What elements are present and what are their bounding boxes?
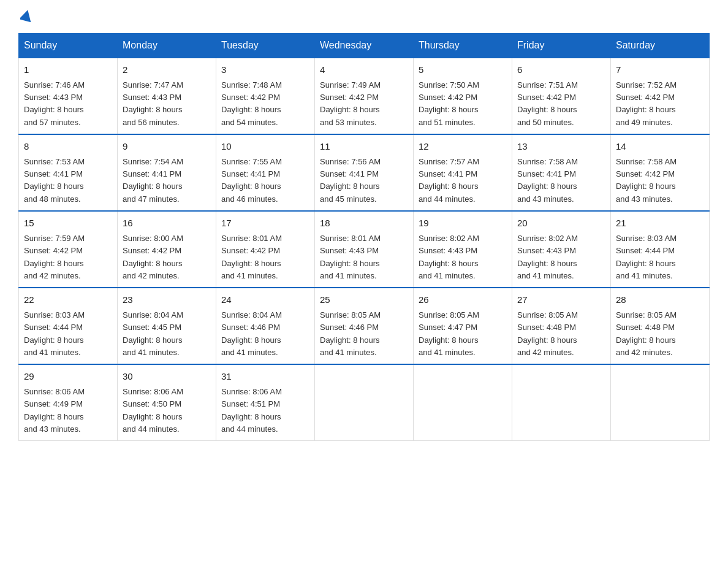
calendar-cell: 15 Sunrise: 7:59 AMSunset: 4:42 PMDaylig… xyxy=(19,211,118,288)
day-number: 7 xyxy=(616,63,704,77)
day-number: 16 xyxy=(123,216,211,231)
logo-triangle-icon xyxy=(20,9,32,25)
weekday-saturday: Saturday xyxy=(611,33,710,58)
calendar-cell: 14 Sunrise: 7:58 AMSunset: 4:42 PMDaylig… xyxy=(611,134,710,211)
day-info: Sunrise: 8:05 AMSunset: 4:48 PMDaylight:… xyxy=(616,310,677,356)
day-info: Sunrise: 8:06 AMSunset: 4:50 PMDaylight:… xyxy=(123,387,183,433)
calendar-cell: 31 Sunrise: 8:06 AMSunset: 4:51 PMDaylig… xyxy=(216,364,315,441)
day-info: Sunrise: 8:03 AMSunset: 4:44 PMDaylight:… xyxy=(24,310,85,356)
day-number: 2 xyxy=(123,63,211,77)
weekday-friday: Friday xyxy=(512,33,611,58)
week-row-3: 15 Sunrise: 7:59 AMSunset: 4:42 PMDaylig… xyxy=(19,211,710,288)
day-info: Sunrise: 7:58 AMSunset: 4:42 PMDaylight:… xyxy=(616,157,677,203)
week-row-1: 1 Sunrise: 7:46 AMSunset: 4:43 PMDayligh… xyxy=(19,58,710,134)
calendar-cell: 18 Sunrise: 8:01 AMSunset: 4:43 PMDaylig… xyxy=(315,211,414,288)
day-number: 15 xyxy=(24,216,112,231)
calendar-cell: 11 Sunrise: 7:56 AMSunset: 4:41 PMDaylig… xyxy=(315,134,414,211)
day-info: Sunrise: 7:51 AMSunset: 4:42 PMDaylight:… xyxy=(517,80,578,126)
weekday-monday: Monday xyxy=(118,33,216,58)
calendar-header: SundayMondayTuesdayWednesdayThursdayFrid… xyxy=(19,33,710,58)
weekday-thursday: Thursday xyxy=(414,33,512,58)
calendar-cell xyxy=(315,364,414,441)
day-number: 6 xyxy=(517,63,605,77)
day-info: Sunrise: 7:46 AMSunset: 4:43 PMDaylight:… xyxy=(24,80,85,126)
calendar-cell: 13 Sunrise: 7:58 AMSunset: 4:41 PMDaylig… xyxy=(512,134,611,211)
day-number: 5 xyxy=(419,63,507,77)
weekday-sunday: Sunday xyxy=(19,33,118,58)
day-info: Sunrise: 7:57 AMSunset: 4:41 PMDaylight:… xyxy=(419,157,479,203)
day-info: Sunrise: 7:55 AMSunset: 4:41 PMDaylight:… xyxy=(221,157,282,203)
day-number: 17 xyxy=(221,216,309,231)
day-number: 13 xyxy=(517,140,605,154)
calendar-cell xyxy=(512,364,611,441)
day-info: Sunrise: 7:52 AMSunset: 4:42 PMDaylight:… xyxy=(616,80,677,126)
day-number: 21 xyxy=(616,216,704,231)
calendar-cell: 9 Sunrise: 7:54 AMSunset: 4:41 PMDayligh… xyxy=(118,134,216,211)
calendar-body: 1 Sunrise: 7:46 AMSunset: 4:43 PMDayligh… xyxy=(19,58,710,441)
calendar-cell: 3 Sunrise: 7:48 AMSunset: 4:42 PMDayligh… xyxy=(216,58,315,134)
calendar-cell: 4 Sunrise: 7:49 AMSunset: 4:42 PMDayligh… xyxy=(315,58,414,134)
day-number: 22 xyxy=(24,293,112,307)
day-number: 30 xyxy=(123,370,211,384)
day-number: 31 xyxy=(221,370,309,384)
calendar-cell: 28 Sunrise: 8:05 AMSunset: 4:48 PMDaylig… xyxy=(611,288,710,364)
day-info: Sunrise: 7:49 AMSunset: 4:42 PMDaylight:… xyxy=(320,80,381,126)
day-number: 28 xyxy=(616,293,704,307)
day-number: 9 xyxy=(123,140,211,154)
day-number: 24 xyxy=(221,293,309,307)
calendar-cell: 1 Sunrise: 7:46 AMSunset: 4:43 PMDayligh… xyxy=(19,58,118,134)
calendar-cell xyxy=(414,364,512,441)
day-info: Sunrise: 7:56 AMSunset: 4:41 PMDaylight:… xyxy=(320,157,381,203)
calendar-table: SundayMondayTuesdayWednesdayThursdayFrid… xyxy=(18,33,710,441)
day-info: Sunrise: 7:47 AMSunset: 4:43 PMDaylight:… xyxy=(123,80,183,126)
calendar-cell: 17 Sunrise: 8:01 AMSunset: 4:42 PMDaylig… xyxy=(216,211,315,288)
week-row-5: 29 Sunrise: 8:06 AMSunset: 4:49 PMDaylig… xyxy=(19,364,710,441)
calendar-cell: 21 Sunrise: 8:03 AMSunset: 4:44 PMDaylig… xyxy=(611,211,710,288)
day-number: 23 xyxy=(123,293,211,307)
day-info: Sunrise: 7:50 AMSunset: 4:42 PMDaylight:… xyxy=(419,80,479,126)
calendar-cell: 10 Sunrise: 7:55 AMSunset: 4:41 PMDaylig… xyxy=(216,134,315,211)
calendar-cell: 20 Sunrise: 8:02 AMSunset: 4:43 PMDaylig… xyxy=(512,211,611,288)
day-info: Sunrise: 8:05 AMSunset: 4:46 PMDaylight:… xyxy=(320,310,381,356)
day-number: 11 xyxy=(320,140,408,154)
calendar-cell: 26 Sunrise: 8:05 AMSunset: 4:47 PMDaylig… xyxy=(414,288,512,364)
calendar-cell: 25 Sunrise: 8:05 AMSunset: 4:46 PMDaylig… xyxy=(315,288,414,364)
calendar-cell: 23 Sunrise: 8:04 AMSunset: 4:45 PMDaylig… xyxy=(118,288,216,364)
day-info: Sunrise: 8:00 AMSunset: 4:42 PMDaylight:… xyxy=(123,234,183,280)
weekday-header-row: SundayMondayTuesdayWednesdayThursdayFrid… xyxy=(19,33,710,58)
svg-marker-0 xyxy=(20,9,32,22)
day-info: Sunrise: 8:02 AMSunset: 4:43 PMDaylight:… xyxy=(419,234,479,280)
calendar-cell xyxy=(611,364,710,441)
day-info: Sunrise: 8:03 AMSunset: 4:44 PMDaylight:… xyxy=(616,234,677,280)
day-info: Sunrise: 7:59 AMSunset: 4:42 PMDaylight:… xyxy=(24,234,85,280)
calendar-cell: 2 Sunrise: 7:47 AMSunset: 4:43 PMDayligh… xyxy=(118,58,216,134)
page-header xyxy=(18,12,710,21)
week-row-4: 22 Sunrise: 8:03 AMSunset: 4:44 PMDaylig… xyxy=(19,288,710,364)
calendar-cell: 29 Sunrise: 8:06 AMSunset: 4:49 PMDaylig… xyxy=(19,364,118,441)
day-info: Sunrise: 8:05 AMSunset: 4:48 PMDaylight:… xyxy=(517,310,578,356)
calendar-cell: 24 Sunrise: 8:04 AMSunset: 4:46 PMDaylig… xyxy=(216,288,315,364)
weekday-tuesday: Tuesday xyxy=(216,33,315,58)
day-number: 20 xyxy=(517,216,605,231)
calendar-cell: 30 Sunrise: 8:06 AMSunset: 4:50 PMDaylig… xyxy=(118,364,216,441)
day-number: 4 xyxy=(320,63,408,77)
day-number: 14 xyxy=(616,140,704,154)
week-row-2: 8 Sunrise: 7:53 AMSunset: 4:41 PMDayligh… xyxy=(19,134,710,211)
day-info: Sunrise: 7:48 AMSunset: 4:42 PMDaylight:… xyxy=(221,80,282,126)
day-info: Sunrise: 8:02 AMSunset: 4:43 PMDaylight:… xyxy=(517,234,578,280)
day-info: Sunrise: 8:04 AMSunset: 4:45 PMDaylight:… xyxy=(123,310,183,356)
day-info: Sunrise: 7:58 AMSunset: 4:41 PMDaylight:… xyxy=(517,157,578,203)
calendar-cell: 12 Sunrise: 7:57 AMSunset: 4:41 PMDaylig… xyxy=(414,134,512,211)
day-info: Sunrise: 8:06 AMSunset: 4:51 PMDaylight:… xyxy=(221,387,282,433)
calendar-cell: 27 Sunrise: 8:05 AMSunset: 4:48 PMDaylig… xyxy=(512,288,611,364)
day-number: 10 xyxy=(221,140,309,154)
day-number: 8 xyxy=(24,140,112,154)
day-info: Sunrise: 7:53 AMSunset: 4:41 PMDaylight:… xyxy=(24,157,85,203)
day-number: 18 xyxy=(320,216,408,231)
day-number: 29 xyxy=(24,370,112,384)
day-number: 12 xyxy=(419,140,507,154)
calendar-cell: 6 Sunrise: 7:51 AMSunset: 4:42 PMDayligh… xyxy=(512,58,611,134)
day-info: Sunrise: 8:05 AMSunset: 4:47 PMDaylight:… xyxy=(419,310,479,356)
day-info: Sunrise: 8:01 AMSunset: 4:42 PMDaylight:… xyxy=(221,234,282,280)
day-number: 27 xyxy=(517,293,605,307)
